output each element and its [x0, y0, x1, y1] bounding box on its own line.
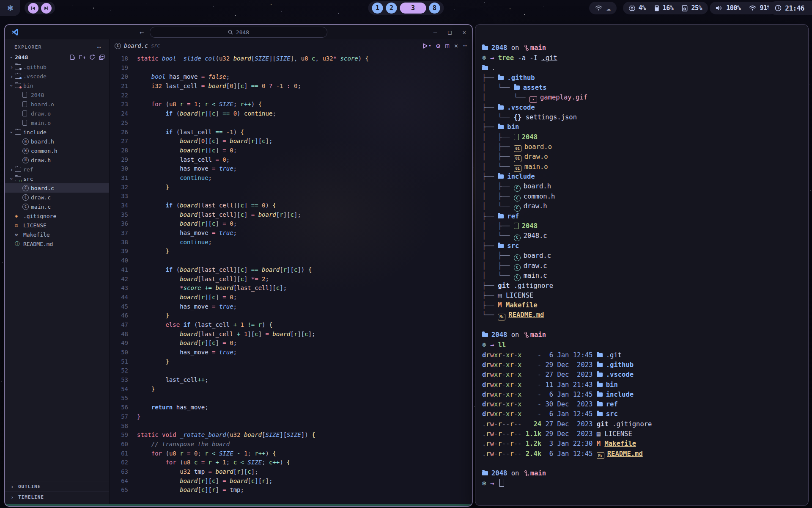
- code-line[interactable]: 47 else if (last_cell + 1 != r) {: [110, 320, 472, 330]
- code-line[interactable]: 52: [110, 366, 472, 375]
- network-module[interactable]: ☁: [589, 2, 617, 14]
- vscode-titlebar[interactable]: ← → 2048 — □ ✕: [5, 25, 472, 39]
- tree-item-.gitignore[interactable]: ◈.gitignore: [5, 211, 109, 221]
- close-button[interactable]: ✕: [463, 29, 466, 36]
- outline-panel-header[interactable]: › OUTLINE: [5, 481, 109, 491]
- code-line[interactable]: 56 return has_move;: [110, 403, 472, 412]
- nav-back-button[interactable]: ←: [140, 28, 144, 36]
- media-next-button[interactable]: [41, 3, 52, 14]
- code-line[interactable]: 25: [110, 119, 472, 128]
- code-line[interactable]: 64 board[r][c] = board[c][r];: [110, 477, 472, 486]
- code-line[interactable]: 58: [110, 422, 472, 431]
- split-editor-icon[interactable]: ◫: [445, 42, 449, 50]
- code-line[interactable]: 27 board[0][c] = board[r][c];: [110, 137, 472, 146]
- code-line[interactable]: 59static void _rotate_board(u32 board[SI…: [110, 431, 472, 440]
- tree-item-board.h[interactable]: Hboard.h: [5, 137, 109, 146]
- chevron-right-icon[interactable]: ›: [8, 166, 15, 173]
- code-line[interactable]: 55: [110, 394, 472, 403]
- media-previous-button[interactable]: [28, 3, 38, 14]
- tree-item-src[interactable]: ›src: [5, 174, 109, 183]
- code-line[interactable]: 42 board[last_cell][c] *= 2;: [110, 275, 472, 284]
- code-line[interactable]: 50 has_move = true;: [110, 348, 472, 357]
- code-line[interactable]: 31 continue;: [110, 174, 472, 183]
- window-terminal[interactable]: 2048 on main❄ → tree -a -I .git.├── .git…: [475, 24, 809, 506]
- code-line[interactable]: 60 // transpose the board: [110, 440, 472, 449]
- tree-item-Makefile[interactable]: ⚒Makefile: [5, 230, 109, 239]
- minimize-button[interactable]: —: [433, 29, 437, 36]
- settings-gear-icon[interactable]: ⚙: [436, 42, 440, 50]
- tree-item-draw.c[interactable]: Cdraw.c: [5, 193, 109, 202]
- chevron-down-icon[interactable]: ›: [8, 176, 15, 182]
- code-line[interactable]: 32 }: [110, 183, 472, 192]
- tree-item-LICENSE[interactable]: ⚖LICENSE: [5, 221, 109, 230]
- code-line[interactable]: 61 for (u8 r = 0; r < SIZE - 1; r++) {: [110, 449, 472, 458]
- code-line[interactable]: 20 bool has_move = false;: [110, 72, 472, 82]
- tree-item-main.o[interactable]: main.o: [5, 118, 109, 127]
- tree-item-bin[interactable]: ›bin: [5, 81, 109, 90]
- tree-item-common.h[interactable]: Hcommon.h: [5, 146, 109, 155]
- chevron-right-icon[interactable]: ›: [8, 73, 15, 80]
- new-folder-icon[interactable]: [79, 54, 85, 60]
- tree-item-.vscode[interactable]: ›.vscode: [5, 72, 109, 81]
- audio-network-module[interactable]: 100% 91%: [710, 2, 776, 14]
- close-tab-icon[interactable]: ✕: [454, 42, 458, 50]
- run-debug-button[interactable]: ▾: [422, 43, 431, 49]
- code-line[interactable]: 28 board[r][c] = 0;: [110, 146, 472, 155]
- code-line[interactable]: 53 last_cell++;: [110, 375, 472, 385]
- collapse-all-icon[interactable]: [99, 54, 105, 60]
- code-line[interactable]: 22: [110, 91, 472, 100]
- code-lines[interactable]: 18static bool _slide_col(u32 board[SIZE]…: [110, 52, 472, 495]
- code-line[interactable]: 49 board[r][c] = 0;: [110, 339, 472, 348]
- command-search-input[interactable]: 2048: [150, 27, 327, 38]
- editor-pane[interactable]: C board.c src ▾ ⚙ ◫ ✕ ⋯ 18static bool _s…: [110, 39, 472, 504]
- code-line[interactable]: 34 if (board[last_cell][c] == 0) {: [110, 201, 472, 210]
- editor-more-icon[interactable]: ⋯: [463, 42, 467, 50]
- code-line[interactable]: 48 board[last_cell + 1][c] = board[r][c]…: [110, 330, 472, 339]
- code-line[interactable]: 62 for (u8 c = r + 1; c < SIZE; c++) {: [110, 458, 472, 467]
- code-line[interactable]: 23 for (u8 r = 1; r < SIZE; r++) {: [110, 100, 472, 109]
- new-file-icon[interactable]: [69, 54, 75, 60]
- launcher-button[interactable]: ❄: [0, 0, 20, 16]
- code-line[interactable]: 57}: [110, 412, 472, 422]
- workspace-1[interactable]: 1: [372, 3, 383, 14]
- code-line[interactable]: 43 *score += board[last_cell][c];: [110, 284, 472, 293]
- code-line[interactable]: 41 if (board[last_cell][c] == board[r][c…: [110, 265, 472, 275]
- tree-item-board.o[interactable]: board.o: [5, 99, 109, 109]
- maximize-button[interactable]: □: [448, 29, 451, 36]
- tree-item-main.c[interactable]: Cmain.c: [5, 202, 109, 211]
- workspace-8[interactable]: 8: [429, 3, 440, 14]
- workspace-3[interactable]: 3: [400, 3, 426, 14]
- code-line[interactable]: 36 board[r][c] = 0;: [110, 219, 472, 229]
- code-line[interactable]: 40: [110, 256, 472, 265]
- code-line[interactable]: 65 board[c][r] = tmp;: [110, 486, 472, 495]
- tree-root-row[interactable]: › 2048: [5, 52, 109, 62]
- tree-item-include[interactable]: ›include: [5, 127, 109, 137]
- code-line[interactable]: 37 has_move = true;: [110, 229, 472, 238]
- code-line[interactable]: 44 board[r][c] = 0;: [110, 293, 472, 302]
- refresh-icon[interactable]: [89, 54, 95, 60]
- code-line[interactable]: 29 last_cell = 0;: [110, 155, 472, 165]
- code-line[interactable]: 45 has_move = true;: [110, 302, 472, 312]
- clock-module[interactable]: 21:46: [769, 1, 812, 15]
- tree-item-2048[interactable]: 2048: [5, 90, 109, 99]
- system-stats-module[interactable]: 4% 16% 25%: [623, 2, 708, 14]
- code-line[interactable]: 38 continue;: [110, 238, 472, 247]
- code-line[interactable]: 24 if (board[r][c] == 0) continue;: [110, 109, 472, 119]
- code-line[interactable]: 51 }: [110, 357, 472, 367]
- timeline-panel-header[interactable]: › TIMELINE: [5, 491, 109, 502]
- explorer-more-icon[interactable]: ⋯: [97, 44, 102, 50]
- chevron-down-icon[interactable]: ›: [8, 129, 15, 135]
- code-line[interactable]: 21 i32 last_cell = board[0][c] == 0 ? -1…: [110, 82, 472, 91]
- chevron-down-icon[interactable]: ›: [8, 83, 15, 89]
- code-line[interactable]: 35 board[last_cell][c] = board[r][c];: [110, 210, 472, 220]
- workspace-2[interactable]: 2: [386, 3, 397, 14]
- tree-item-draw.o[interactable]: draw.o: [5, 109, 109, 118]
- code-line[interactable]: 46 }: [110, 311, 472, 320]
- tree-item-board.c[interactable]: Cboard.c: [5, 183, 109, 193]
- code-line[interactable]: 63 u32 tmp = board[r][c];: [110, 467, 472, 477]
- chevron-right-icon[interactable]: ›: [8, 64, 15, 70]
- tree-item-draw.h[interactable]: Hdraw.h: [5, 155, 109, 165]
- code-line[interactable]: 18static bool _slide_col(u32 board[SIZE]…: [110, 54, 472, 64]
- code-line[interactable]: 33: [110, 192, 472, 201]
- tree-item-.github[interactable]: ›.github: [5, 62, 109, 72]
